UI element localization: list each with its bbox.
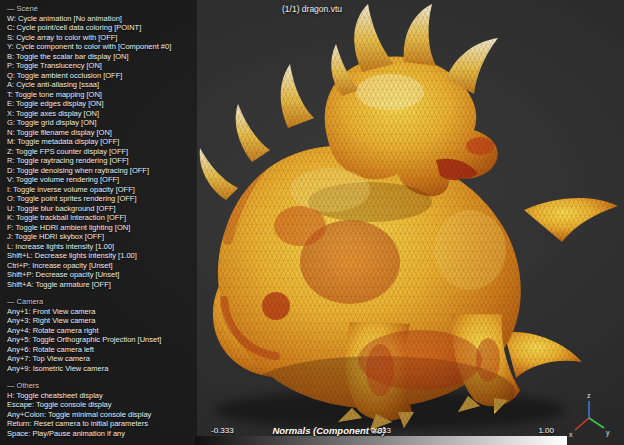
cheatsheet-item: Return: Reset camera to initial paramete… [7,419,191,429]
scalar-bar-tick-max: 1.00 [538,426,554,435]
cheatsheet-item: Any+4: Rotate camera right [7,326,191,336]
cheatsheet-panel: — SceneW: Cycle animation [No animation]… [0,0,197,445]
cheatsheet-item: B: Toggle the scalar bar display [ON] [7,52,191,62]
cheatsheet-item: X: Toggle axes display [ON] [7,109,191,119]
axis-y-line [589,418,604,428]
cheatsheet-item: J: Toggle HDRI skybox [OFF] [7,232,191,242]
cheatsheet-item: C: Cycle point/cell data coloring [POINT… [7,23,191,33]
cheatsheet-item: L: Increase lights intensity [1.00] [7,242,191,252]
cheatsheet-item: O: Toggle point sprites rendering [OFF] [7,194,191,204]
mesh-edges-overlay [190,0,624,432]
scalar-bar-title: Normals (Component #0) [272,425,385,436]
filename-display: (1/1) dragon.vtu [282,4,342,14]
f3d-window: — SceneW: Cycle animation [No animation]… [0,0,624,445]
scalar-bar-labels: Normals (Component #0) -0.333 0.333 1.00 [195,423,567,436]
cheatsheet-item: Space: Play/Pause animation if any [7,429,191,439]
cheatsheet-section-title: — Camera [7,297,191,307]
axes-gizmo: z x y [566,391,612,441]
cheatsheet-item: Any+5: Toggle Orthographic Projection [U… [7,335,191,345]
scalar-bar-gradient [195,436,567,445]
cheatsheet-item: S: Cycle array to color with [OFF] [7,33,191,43]
cheatsheet-item: I: Toggle inverse volume opacity [OFF] [7,185,191,195]
cheatsheet-item: H: Toggle cheatsheet display [7,391,191,401]
cheatsheet-item: Escape: Toggle console display [7,400,191,410]
cheatsheet-item: E: Toggle edges display [ON] [7,99,191,109]
cheatsheet-item: Ctrl+P: Increase opacity [Unset] [7,261,191,271]
scalar-bar: Normals (Component #0) -0.333 0.333 1.00 [195,423,567,445]
cheatsheet-item: A: Cycle anti-aliasing [ssaa] [7,80,191,90]
cheatsheet-item: W: Cycle animation [No animation] [7,14,191,24]
cheatsheet-item: Any+6: Rotate camera left [7,345,191,355]
cheatsheet-item: G: Toggle grid display [ON] [7,118,191,128]
cheatsheet-item: M: Toggle metadata display [OFF] [7,137,191,147]
cheatsheet-section-title: — Scene [7,4,191,14]
cheatsheet-item: D: Toggle denoising when raytracing [OFF… [7,166,191,176]
cheatsheet-item: Any+7: Top View camera [7,354,191,364]
scalar-bar-tick-mid: 0.333 [371,426,391,435]
cheatsheet-item: R: Toggle raytracing rendering [OFF] [7,156,191,166]
cheatsheet-item: Y: Cycle component to color with [Compon… [7,42,191,52]
axis-y-label: y [606,429,610,437]
scalar-bar-tick-min: -0.333 [211,426,234,435]
cheatsheet-item: Shift+A: Toggle armature [OFF] [7,280,191,290]
cheatsheet-item: N: Toggle filename display [ON] [7,128,191,138]
cheatsheet-item: K: Toggle trackball interaction [OFF] [7,213,191,223]
dragon-model [190,0,624,432]
axis-x-label: x [569,431,573,438]
cheatsheet-item: Z: Toggle FPS counter display [OFF] [7,147,191,157]
cheatsheet-item: Any+9: Isometric View camera [7,364,191,374]
cheatsheet-item: Shift+P: Decrease opacity [Unset] [7,270,191,280]
axis-x-line [575,418,589,430]
cheatsheet-item: V: Toggle volume rendering [OFF] [7,175,191,185]
cheatsheet-item: Shift+L: Decrease lights intensity [1.00… [7,251,191,261]
cheatsheet-item: Any+1: Front View camera [7,307,191,317]
cheatsheet-item: P: Toggle Translucency [ON] [7,61,191,71]
cheatsheet-item: T: Toggle tone mapping [ON] [7,90,191,100]
cheatsheet-item: F: Toggle HDRI ambient lighting [ON] [7,223,191,233]
cheatsheet-item: Q: Toggle ambient occlusion [OFF] [7,71,191,81]
cheatsheet-item: Any+3: Right View camera [7,316,191,326]
axis-z-label: z [587,392,591,399]
cheatsheet-item: U: Toggle blur background [OFF] [7,204,191,214]
cheatsheet-item: Any+Colon: Toggle minimal console displa… [7,410,191,420]
cheatsheet-section-title: — Others [7,381,191,391]
